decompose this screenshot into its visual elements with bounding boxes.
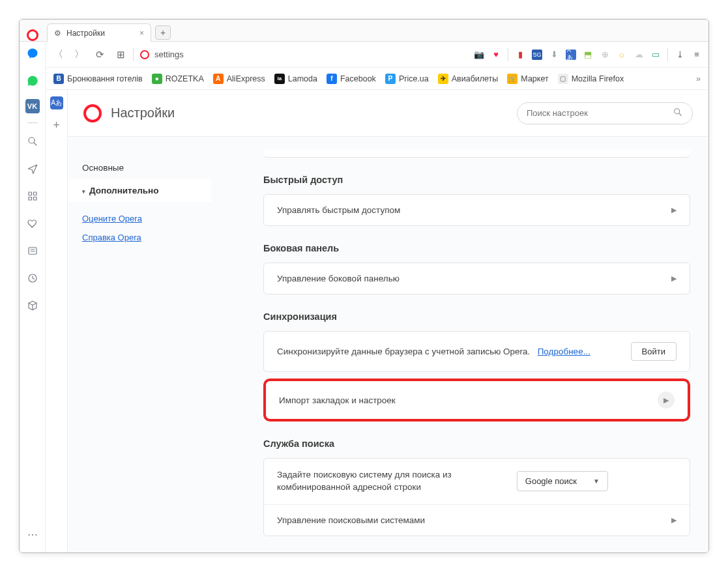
back-button[interactable]: 〈 [52, 48, 64, 61]
search-icon [673, 107, 683, 120]
login-button[interactable]: Войти [631, 342, 677, 361]
link-help-opera[interactable]: Справка Opera [82, 233, 197, 242]
bookmarks-overflow-button[interactable]: » [696, 74, 701, 83]
rail-add-button[interactable]: + [53, 119, 60, 132]
toolbar: 〈 〉 ⟳ ⊞ settings 📷 ♥ ▮ [46, 42, 708, 68]
send-icon[interactable] [23, 160, 42, 178]
link-rate-opera[interactable]: Оцените Opera [82, 214, 197, 223]
snapshot-icon[interactable]: 📷 [474, 50, 484, 60]
row-manage-sidebar[interactable]: Управление боковой панелью ▶ [264, 263, 690, 294]
nav-advanced[interactable]: Дополнительно [68, 179, 211, 202]
address-text: settings [154, 50, 184, 59]
ext-android-icon[interactable]: ⬒ [583, 50, 593, 60]
address-bar[interactable]: settings [140, 50, 467, 59]
more-icon[interactable]: ⋯ [23, 525, 42, 543]
svg-point-0 [29, 137, 35, 143]
row-import-bookmarks[interactable]: Импорт закладок и настроек ▶ [266, 381, 688, 419]
tab-close-button[interactable]: × [139, 29, 144, 38]
heart-ext-icon[interactable]: ♥ [491, 50, 501, 60]
chevron-right-icon: ▶ [671, 274, 677, 283]
easy-setup-icon[interactable]: ≡ [692, 50, 702, 60]
bookmark-item[interactable]: ●ROZETKA [152, 74, 204, 84]
settings-search-input[interactable] [527, 108, 673, 118]
highlighted-import-row: Импорт закладок и настроек ▶ [263, 379, 690, 422]
svg-line-11 [679, 113, 681, 115]
svg-rect-6 [29, 248, 36, 255]
bookmark-item[interactable]: PPrice.ua [385, 74, 429, 84]
extension-toolbar: 📷 ♥ ▮ SG ⬇ Aあ ⬒ ⊕ ☼ ☁ ▭ ⤓ ≡ [474, 48, 702, 61]
bookmark-item[interactable]: fFacebook [327, 74, 376, 84]
opera-menu-button[interactable] [20, 29, 46, 41]
tab-strip-area: ⚙ Настройки × + [20, 20, 708, 42]
search-engine-select[interactable]: Google поиск ▼ [517, 471, 608, 491]
speeddial-icon[interactable] [23, 187, 42, 205]
ext-sg-icon[interactable]: SG [532, 50, 542, 60]
row-manage-search-engines[interactable]: Управление поисковыми системами ▶ [264, 504, 690, 536]
settings-content: Быстрый доступ Управлять быстрым доступо… [211, 137, 708, 552]
search-icon[interactable] [23, 132, 42, 150]
nav-basic[interactable]: Основные [68, 156, 211, 179]
page-rail: Aあ + [46, 90, 68, 552]
chevron-right-icon: ▶ [671, 206, 677, 214]
browser-sidebar: VK ⋯ [20, 42, 46, 552]
settings-header: Настройки [68, 90, 708, 137]
section-heading-search: Служба поиска [263, 438, 690, 449]
bookmark-item[interactable]: laLamoda [274, 74, 317, 84]
ext-puzzle-icon[interactable]: ⊕ [600, 50, 610, 60]
site-info-icon [140, 50, 149, 59]
bookmark-item[interactable]: 🛒Маркет [507, 74, 548, 84]
tiles-icon[interactable]: ⊞ [115, 49, 126, 61]
svg-line-1 [34, 143, 36, 145]
bookmark-item[interactable]: ▢Mozilla Firefox [558, 74, 624, 84]
svg-rect-3 [33, 192, 36, 195]
messenger-icon[interactable] [23, 44, 42, 63]
bookmark-item[interactable]: BБронювання готелів [53, 74, 143, 84]
chevron-right-icon: ▶ [658, 392, 675, 408]
svg-rect-4 [29, 197, 32, 201]
ext-cloud-icon[interactable]: ☁ [633, 50, 644, 60]
settings-nav: Основные Дополнительно Оцените Opera Спр… [68, 137, 211, 552]
heart-icon[interactable] [23, 214, 42, 233]
link-sync-more[interactable]: Подробнее... [538, 347, 590, 356]
section-heading-speeddial: Быстрый доступ [263, 175, 690, 185]
opera-logo-icon [83, 104, 102, 122]
bookmark-item[interactable]: AAliExpress [213, 74, 265, 84]
package-icon[interactable] [23, 296, 42, 315]
svg-point-10 [675, 108, 680, 113]
ext-translate-icon[interactable]: Aあ [566, 50, 576, 60]
forward-button[interactable]: 〉 [73, 48, 85, 61]
row-manage-speeddial[interactable]: Управлять быстрым доступом ▶ [264, 195, 690, 225]
section-heading-sync: Синхронизация [263, 311, 690, 322]
row-search-engine: Задайте поисковую систему для поиска из … [264, 459, 690, 504]
chevron-right-icon: ▶ [671, 516, 677, 524]
page-title: Настройки [111, 106, 175, 121]
ext-picture-icon[interactable]: ▭ [650, 50, 661, 60]
settings-search[interactable] [517, 102, 693, 124]
bookmark-item[interactable]: ✈Авиабилеты [438, 74, 499, 84]
vk-icon[interactable]: VK [25, 99, 40, 113]
previous-section-tail [263, 150, 690, 158]
bookmarks-bar: BБронювання готелів ●ROZETKA AAliExpress… [46, 68, 708, 90]
svg-rect-2 [29, 192, 32, 195]
section-heading-sidebar: Боковая панель [263, 243, 690, 253]
svg-rect-5 [33, 197, 36, 201]
ext-sun-icon[interactable]: ☼ [617, 50, 627, 60]
reload-button[interactable]: ⟳ [94, 49, 106, 61]
whatsapp-icon[interactable] [23, 72, 42, 90]
translate-chip-icon[interactable]: Aあ [50, 96, 63, 109]
news-icon[interactable] [23, 242, 42, 260]
downloads-icon[interactable]: ⤓ [675, 50, 685, 60]
chevron-down-icon: ▼ [593, 478, 600, 485]
tab-title: Настройки [66, 29, 105, 38]
gear-icon: ⚙ [54, 29, 61, 38]
history-icon[interactable] [23, 269, 42, 287]
ext-download-icon[interactable]: ⬇ [549, 50, 559, 60]
new-tab-button[interactable]: + [155, 25, 171, 40]
tab-settings[interactable]: ⚙ Настройки × [47, 23, 151, 42]
row-sync-info: Синхронизируйте данные браузера с учетно… [264, 332, 690, 371]
ext-1-icon[interactable]: ▮ [515, 50, 525, 60]
